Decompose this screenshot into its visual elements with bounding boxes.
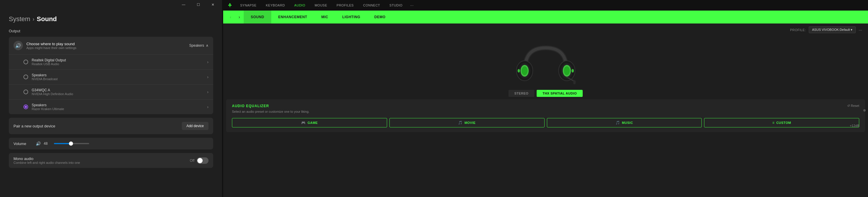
- card-info: Choose where to play sound Apps might ha…: [26, 42, 76, 50]
- nav-tab-studio[interactable]: STUDIO: [385, 0, 407, 10]
- preset-game-button[interactable]: 🎮 GAME: [232, 118, 387, 128]
- device-source: NVIDIA Broadcast: [32, 77, 58, 81]
- volume-slider[interactable]: [54, 143, 89, 144]
- device-item-left: G34WQC A NVIDIA High Definition Audio: [24, 88, 73, 96]
- radio-button: [24, 60, 28, 64]
- card-subtitle: Apps might have their own settings: [26, 46, 76, 50]
- device-item[interactable]: Speakers Razer Kraken Ultimate ›: [9, 100, 213, 114]
- razer-logo: [225, 1, 234, 10]
- audio-mode-row: STEREO THX SPATIAL AUDIO: [223, 87, 868, 99]
- razer-synapse-panel: SYNAPSE KEYBOARD AUDIO MOUSE PROFILES CO…: [223, 0, 868, 197]
- radio-button-selected: [24, 105, 28, 109]
- volume-icon: 🔊: [36, 141, 41, 146]
- subnav-tab-lighting[interactable]: LIGHTING: [335, 10, 367, 24]
- mono-left: Mono audio Combine left and right audio …: [13, 157, 80, 164]
- nav-more-button[interactable]: ···: [407, 0, 417, 10]
- breadcrumb: System › Sound: [9, 15, 213, 23]
- volume-slider-thumb: [69, 142, 73, 146]
- add-device-button[interactable]: Add device: [182, 122, 209, 130]
- device-info: Realtek Digital Output Realtek USB Audio: [32, 58, 66, 66]
- toggle-knob: [197, 158, 203, 163]
- subnav-tab-demo[interactable]: DEMO: [367, 10, 393, 24]
- device-source: NVIDIA High Definition Audio: [32, 92, 73, 96]
- preset-movie-label: MOVIE: [465, 121, 476, 124]
- device-source: Realtek USB Audio: [32, 62, 66, 66]
- subnav-forward-arrow[interactable]: ›: [235, 10, 244, 24]
- device-item[interactable]: Realtek Digital Output Realtek USB Audio…: [9, 55, 213, 69]
- nav-tab-mouse[interactable]: MOUSE: [310, 0, 332, 10]
- breadcrumb-parent[interactable]: System: [9, 15, 30, 23]
- toggle-label: Off: [190, 159, 194, 163]
- current-device-display[interactable]: Speakers ∧: [189, 44, 209, 48]
- pair-label: Pair a new output device: [13, 124, 55, 128]
- thx-mode-button[interactable]: THX SPATIAL AUDIO: [537, 90, 583, 97]
- card-title: Choose where to play sound: [26, 42, 76, 46]
- toggle-switch[interactable]: [197, 158, 209, 164]
- nav-tab-keyboard[interactable]: KEYBOARD: [261, 0, 289, 10]
- headset-image: [514, 39, 578, 86]
- nav-tab-connect[interactable]: CONNECT: [358, 0, 385, 10]
- card-header: 🔊 Choose where to play sound Apps might …: [9, 37, 213, 54]
- game-icon: 🎮: [301, 121, 306, 125]
- preset-music-button[interactable]: 🎵 MUSIC: [547, 118, 702, 128]
- preset-custom-button[interactable]: ≡ CUSTOM: [704, 118, 859, 128]
- profile-bar: PROFILE: ASUS VIVOBOOK:Default ▾ ···: [223, 24, 868, 36]
- profile-select[interactable]: ASUS VIVOBOOK:Default ▾: [809, 26, 856, 33]
- card-header-left: 🔊 Choose where to play sound Apps might …: [13, 41, 76, 50]
- movie-icon: 🎵: [458, 121, 463, 125]
- preset-game-label: GAME: [308, 121, 318, 124]
- content-area: System › Sound Output 🔊 Choose where to …: [0, 9, 222, 197]
- device-item-left: Speakers Razer Kraken Ultimate: [24, 103, 64, 111]
- volume-value: 48: [44, 142, 51, 146]
- audio-subnav: ‹ › SOUND ENHANCEMENT MIC LIGHTING DEMO: [223, 10, 868, 24]
- subnav-tab-sound[interactable]: SOUND: [244, 10, 271, 24]
- device-info: Speakers Razer Kraken Ultimate: [32, 103, 64, 111]
- nav-tab-audio[interactable]: AUDIO: [290, 0, 310, 10]
- preset-music-label: MUSIC: [622, 121, 633, 124]
- profile-more-button[interactable]: ···: [859, 28, 862, 32]
- equalizer-section: AUDIO EQUALIZER Select an audio preset o…: [226, 99, 865, 132]
- nav-tab-profiles[interactable]: PROFILES: [332, 0, 358, 10]
- radio-button: [24, 75, 28, 79]
- preset-movie-button[interactable]: 🎵 MOVIE: [390, 118, 545, 128]
- nav-tab-synapse[interactable]: SYNAPSE: [236, 0, 261, 10]
- device-item-left: Realtek Digital Output Realtek USB Audio: [24, 58, 66, 66]
- mono-toggle[interactable]: Off: [190, 158, 209, 164]
- volume-label: Volume: [13, 142, 31, 146]
- device-name: Speakers: [32, 73, 58, 77]
- subnav-tab-enhancement[interactable]: ENHANCEMENT: [271, 10, 314, 24]
- music-icon: 🎵: [616, 121, 620, 125]
- razer-main-content: PROFILE: ASUS VIVOBOOK:Default ▾ ···: [223, 24, 868, 197]
- device-item[interactable]: Speakers NVIDIA Broadcast ›: [9, 69, 213, 85]
- chevron-right-icon: ›: [207, 75, 209, 79]
- close-button[interactable]: ✕: [206, 0, 220, 9]
- output-label: Output: [9, 29, 213, 33]
- stereo-mode-button[interactable]: STEREO: [508, 90, 534, 97]
- scroll-indicator: [863, 109, 866, 112]
- device-name: Speakers: [32, 103, 64, 107]
- custom-icon: ≡: [772, 121, 775, 125]
- windows-sound-panel: — ☐ ✕ System › Sound Output 🔊 Choose whe…: [0, 0, 222, 197]
- volume-row: Volume 🔊 48: [9, 138, 213, 149]
- volume-slider-fill: [54, 143, 71, 144]
- title-bar: — ☐ ✕: [0, 0, 222, 9]
- svg-point-10: [518, 69, 520, 73]
- device-list: Realtek Digital Output Realtek USB Audio…: [9, 54, 213, 114]
- reset-button[interactable]: ↺ Reset: [847, 104, 859, 108]
- eq-subtitle: Select an audio preset or customize one …: [232, 110, 859, 113]
- current-device-label: Speakers: [189, 44, 204, 48]
- subnav-tab-mic[interactable]: MIC: [314, 10, 336, 24]
- eq-title: AUDIO EQUALIZER: [232, 104, 859, 108]
- svg-point-8: [564, 66, 570, 75]
- volume-controls: 🔊 48: [36, 141, 209, 146]
- maximize-button[interactable]: ☐: [191, 0, 205, 9]
- chevron-right-icon: ›: [207, 60, 209, 64]
- chevron-up-icon: ∧: [206, 44, 209, 48]
- mono-title: Mono audio: [13, 157, 80, 161]
- subnav-back-arrow[interactable]: ‹: [226, 10, 235, 24]
- speaker-icon: 🔊: [13, 41, 23, 50]
- device-info: Speakers NVIDIA Broadcast: [32, 73, 58, 81]
- device-item-left: Speakers NVIDIA Broadcast: [24, 73, 58, 81]
- device-item[interactable]: G34WQC A NVIDIA High Definition Audio ›: [9, 85, 213, 100]
- minimize-button[interactable]: —: [177, 0, 190, 9]
